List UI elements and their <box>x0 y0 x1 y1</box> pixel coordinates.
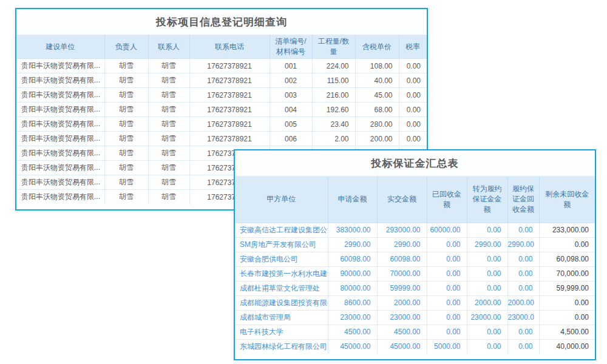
col-header-contact-person: 联系人 <box>148 35 189 59</box>
cell-manager: 胡雪 <box>104 175 148 190</box>
cell-paid-amount: 293000.00 <box>377 223 427 237</box>
cell-party-a-unit[interactable]: 东城园林绿化工程有限公司 <box>235 339 328 354</box>
cell-quantity: 115.00 <box>312 73 355 88</box>
cell-to-performance-bond-amount: 0.00 <box>467 339 507 354</box>
cell-contact-phone: 17627378921 <box>189 73 270 88</box>
cell-tax-rate: 0.00 <box>399 73 427 88</box>
cell-remaining-unrecovered-amount: 70,000.00 <box>539 266 595 281</box>
cell-recovered-amount: 0.00 <box>427 237 467 252</box>
cell-performance-bond-recovered-amount: 2990.00 <box>507 237 539 252</box>
table-row[interactable]: 安徽高信达工程建设集团公司383000.00293000.0060000.000… <box>235 223 595 237</box>
cell-unit-price-with-tax: 40.00 <box>355 73 399 88</box>
cell-list-material-no: 004 <box>270 103 312 117</box>
cell-recovered-amount: 0.00 <box>427 295 467 310</box>
cell-applied-amount: 45000.00 <box>328 339 377 354</box>
cell-to-performance-bond-amount: 0.00 <box>467 223 507 237</box>
cell-party-a-unit[interactable]: 长春市建投第一水利水电建设 <box>235 266 328 281</box>
cell-applied-amount: 4500.00 <box>328 325 377 339</box>
cell-applied-amount: 80000.00 <box>328 281 377 295</box>
cell-tax-rate: 0.00 <box>399 132 427 146</box>
cell-recovered-amount: 5000.00 <box>427 339 467 354</box>
cell-manager: 胡雪 <box>104 146 148 161</box>
table-row[interactable]: 安徽合肥供电公司60098.0060098.000.000.000.0060,0… <box>235 252 595 266</box>
cell-construction-unit: 贵阳丰沃物资贸易有限... <box>16 59 104 73</box>
cell-contact-person: 胡雪 <box>148 190 189 204</box>
cell-paid-amount: 70000.00 <box>377 266 427 281</box>
col-header-construction-unit: 建设单位 <box>16 35 104 59</box>
cell-paid-amount: 4500.00 <box>377 325 427 339</box>
cell-unit-price-with-tax: 108.00 <box>355 59 399 73</box>
app-screen: 投标项目信息登记明细查询 建设单位负责人联系人联系电话清单编号/材料编号工程量/… <box>0 0 607 364</box>
cell-applied-amount: 2990.00 <box>328 237 377 252</box>
cell-construction-unit: 贵阳丰沃物资贸易有限... <box>16 88 104 103</box>
cell-performance-bond-recovered-amount: 0.00 <box>507 252 539 266</box>
cell-manager: 胡雪 <box>104 117 148 132</box>
table-row[interactable]: 长春市建投第一水利水电建设90000.0070000.000.000.000.0… <box>235 266 595 281</box>
cell-contact-person: 胡雪 <box>148 132 189 146</box>
cell-recovered-amount: 60000.00 <box>427 223 467 237</box>
cell-construction-unit: 贵阳丰沃物资贸易有限... <box>16 161 104 175</box>
cell-party-a-unit[interactable]: 成都城市管理局 <box>235 310 328 325</box>
cell-contact-phone: 17627378921 <box>189 117 270 132</box>
cell-to-performance-bond-amount: 0.00 <box>467 252 507 266</box>
table-row[interactable]: 成都城市管理局23000.0023000.000.0023000.0023000… <box>235 310 595 325</box>
cell-contact-person: 胡雪 <box>148 88 189 103</box>
cell-remaining-unrecovered-amount: 0.00 <box>539 310 595 325</box>
cell-contact-person: 胡雪 <box>148 161 189 175</box>
cell-construction-unit: 贵阳丰沃物资贸易有限... <box>16 190 104 204</box>
cell-performance-bond-recovered-amount: 0.00 <box>507 266 539 281</box>
cell-unit-price-with-tax: 200.00 <box>355 132 399 146</box>
cell-construction-unit: 贵阳丰沃物资贸易有限... <box>16 73 104 88</box>
table-row[interactable]: 贵阳丰沃物资贸易有限...胡雪胡雪17627378921003216.0045.… <box>16 88 427 103</box>
cell-construction-unit: 贵阳丰沃物资贸易有限... <box>16 146 104 161</box>
cell-list-material-no: 003 <box>270 88 312 103</box>
cell-recovered-amount: 0.00 <box>427 281 467 295</box>
col-header-manager: 负责人 <box>104 35 148 59</box>
cell-performance-bond-recovered-amount: 0.00 <box>507 281 539 295</box>
table-row[interactable]: SM房地产开发有限公司2990.002990.000.002990.002990… <box>235 237 595 252</box>
table-row[interactable]: 贵阳丰沃物资贸易有限...胡雪胡雪17627378921004192.6068.… <box>16 103 427 117</box>
cell-contact-phone: 17627378921 <box>189 88 270 103</box>
cell-performance-bond-recovered-amount: 0.00 <box>507 339 539 354</box>
cell-party-a-unit[interactable]: 电子科技大学 <box>235 325 328 339</box>
cell-party-a-unit[interactable]: 安徽高信达工程建设集团公司 <box>235 223 328 237</box>
cell-tax-rate: 0.00 <box>399 59 427 73</box>
col-header-quantity: 工程量/数量 <box>312 35 355 59</box>
table-row[interactable]: 成都杜甫草堂文化管理处80000.0059999.000.000.000.005… <box>235 281 595 295</box>
cell-performance-bond-recovered-amount: 23000.0 <box>507 310 539 325</box>
cell-to-performance-bond-amount: 23000.00 <box>467 310 507 325</box>
bid-project-detail-title: 投标项目信息登记明细查询 <box>16 9 427 35</box>
bid-deposit-summary-title: 投标保证金汇总表 <box>235 150 595 177</box>
cell-party-a-unit[interactable]: 成都能源建设集团投资有限公 <box>235 295 328 310</box>
col-header-list-material-no: 清单编号/材料编号 <box>270 35 312 59</box>
cell-party-a-unit[interactable]: 成都杜甫草堂文化管理处 <box>235 281 328 295</box>
table-row[interactable]: 贵阳丰沃物资贸易有限...胡雪胡雪17627378921002115.0040.… <box>16 73 427 88</box>
cell-remaining-unrecovered-amount: 233,000.00 <box>539 223 595 237</box>
cell-recovered-amount: 0.00 <box>427 310 467 325</box>
cell-construction-unit: 贵阳丰沃物资贸易有限... <box>16 103 104 117</box>
table-row[interactable]: 贵阳丰沃物资贸易有限...胡雪胡雪17627378921001224.00108… <box>16 59 427 73</box>
table-row[interactable]: 东城园林绿化工程有限公司45000.0045000.005000.000.000… <box>235 339 595 354</box>
cell-contact-phone: 17627378921 <box>189 103 270 117</box>
cell-to-performance-bond-amount: 0.00 <box>467 266 507 281</box>
table-row[interactable]: 贵阳丰沃物资贸易有限...胡雪胡雪176273789210062.00200.0… <box>16 132 427 146</box>
cell-list-material-no: 006 <box>270 132 312 146</box>
cell-applied-amount: 23000.00 <box>328 310 377 325</box>
cell-party-a-unit[interactable]: SM房地产开发有限公司 <box>235 237 328 252</box>
bid-deposit-summary-grid: 甲方单位申请金额实交金额已回收金额转为履约保证金金额履约保证金回收金额剩余未回收… <box>235 177 595 354</box>
table-row[interactable]: 成都能源建设集团投资有限公8600.002000.000.002000.0020… <box>235 295 595 310</box>
cell-paid-amount: 2990.00 <box>377 237 427 252</box>
cell-recovered-amount: 0.00 <box>427 252 467 266</box>
cell-contact-person: 胡雪 <box>148 59 189 73</box>
cell-paid-amount: 23000.00 <box>377 310 427 325</box>
col-header-party-a-unit: 甲方单位 <box>235 177 328 223</box>
cell-contact-person: 胡雪 <box>148 146 189 161</box>
cell-quantity: 216.00 <box>312 88 355 103</box>
table-row[interactable]: 电子科技大学4500.004500.000.000.000.004,500.00 <box>235 325 595 339</box>
header-row: 甲方单位申请金额实交金额已回收金额转为履约保证金金额履约保证金回收金额剩余未回收… <box>235 177 595 223</box>
cell-remaining-unrecovered-amount: 40,000.00 <box>539 339 595 354</box>
cell-paid-amount: 45000.00 <box>377 339 427 354</box>
table-row[interactable]: 贵阳丰沃物资贸易有限...胡雪胡雪1762737892100523.40280.… <box>16 117 427 132</box>
col-header-paid-amount: 实交金额 <box>377 177 427 223</box>
cell-party-a-unit[interactable]: 安徽合肥供电公司 <box>235 252 328 266</box>
